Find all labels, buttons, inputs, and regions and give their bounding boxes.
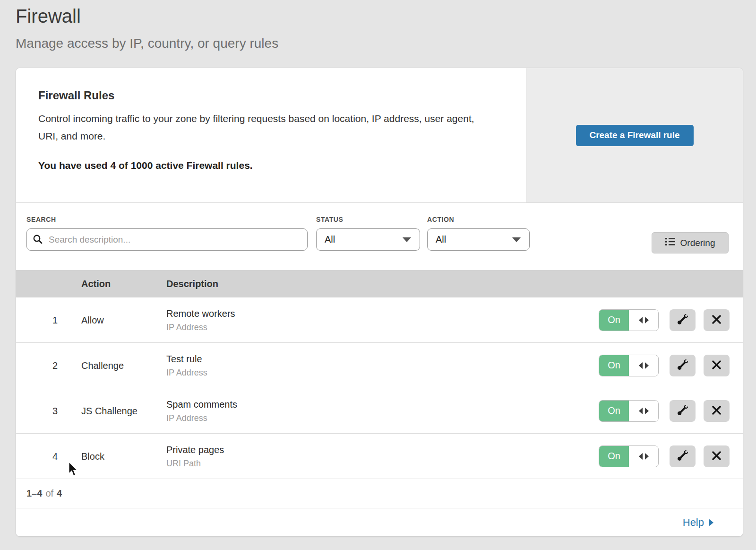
arrow-right-icon: [645, 408, 649, 414]
delete-rule-button[interactable]: [704, 355, 730, 376]
toggle-handle: [629, 355, 658, 376]
search-icon: [33, 234, 43, 246]
edit-rule-button[interactable]: [670, 355, 696, 376]
hero-text-panel: Firewall Rules Control incoming traffic …: [16, 68, 526, 202]
row-controls: On: [599, 445, 730, 467]
pagination-range: 1–4: [26, 488, 42, 499]
rule-description: Remote workers: [166, 308, 235, 319]
action-label: ACTION: [427, 216, 530, 223]
rule-description-cell: Test rule IP Address: [166, 353, 207, 377]
rule-toggle[interactable]: On: [599, 355, 659, 376]
rule-action: Challenge: [81, 360, 124, 371]
wrench-icon: [678, 405, 688, 417]
ordering-button-label: Ordering: [680, 238, 715, 248]
rule-match-field: URI Path: [166, 458, 224, 468]
delete-rule-button[interactable]: [704, 309, 730, 331]
filters-bar: SEARCH STATUS All ACTION All: [16, 203, 743, 270]
column-header-description: Description: [166, 270, 218, 297]
row-controls: On: [599, 309, 730, 331]
arrow-right-icon: [645, 453, 649, 460]
rule-toggle[interactable]: On: [599, 400, 659, 422]
toggle-handle: [629, 401, 658, 421]
toggle-on-segment: On: [599, 310, 629, 331]
ordered-list-icon: [665, 237, 675, 248]
toggle-handle: [629, 446, 658, 467]
chevron-down-icon: [403, 237, 411, 242]
arrow-left-icon: [639, 362, 643, 369]
rule-description-cell: Spam comments IP Address: [166, 399, 237, 423]
caret-right-icon: [709, 519, 713, 526]
arrow-left-icon: [639, 317, 643, 323]
page-subtitle: Manage access by IP, country, or query r…: [16, 35, 278, 52]
action-select[interactable]: All: [427, 228, 530, 251]
rule-toggle[interactable]: On: [599, 309, 659, 331]
rule-description: Spam comments: [166, 399, 237, 410]
action-filter-group: ACTION All: [427, 216, 530, 251]
toggle-on-segment: On: [599, 355, 629, 376]
search-input[interactable]: [26, 228, 308, 251]
search-box: [26, 228, 308, 251]
rule-match-field: IP Address: [166, 367, 207, 377]
wrench-icon: [678, 314, 688, 326]
close-icon: [712, 405, 722, 417]
close-icon: [712, 360, 722, 371]
page-header: Firewall Manage access by IP, country, o…: [16, 4, 278, 52]
close-icon: [712, 451, 722, 462]
rule-priority: 1: [16, 314, 58, 325]
action-select-value: All: [436, 234, 446, 245]
status-label: STATUS: [316, 216, 420, 223]
arrow-right-icon: [645, 317, 649, 323]
ordering-button[interactable]: Ordering: [652, 232, 729, 253]
delete-rule-button[interactable]: [704, 445, 730, 467]
help-link[interactable]: Help: [683, 516, 713, 529]
search-filter-group: SEARCH: [26, 216, 308, 251]
table-row: 1 Allow Remote workers IP Address On: [16, 297, 743, 343]
pagination-separator: of: [45, 488, 53, 499]
toggle-on-segment: On: [599, 446, 629, 467]
delete-rule-button[interactable]: [704, 400, 730, 422]
toggle-on-segment: On: [599, 401, 629, 421]
firewall-rules-card: Firewall Rules Control incoming traffic …: [16, 68, 743, 537]
rule-description: Test rule: [166, 353, 207, 364]
rule-priority: 3: [16, 405, 58, 416]
status-select[interactable]: All: [316, 228, 420, 251]
table-row: 3 JS Challenge Spam comments IP Address …: [16, 388, 743, 434]
rule-priority: 4: [16, 451, 58, 462]
toggle-handle: [629, 310, 658, 331]
arrow-left-icon: [639, 408, 643, 414]
rule-description: Private pages: [166, 444, 224, 455]
rule-action: Allow: [81, 314, 104, 325]
create-firewall-rule-button[interactable]: Create a Firewall rule: [576, 125, 694, 146]
close-icon: [712, 314, 722, 326]
rule-toggle[interactable]: On: [599, 445, 659, 467]
status-select-value: All: [325, 234, 335, 245]
rule-action: Block: [81, 451, 104, 462]
row-controls: On: [599, 400, 730, 422]
hero-description: Control incoming traffic to your zone by…: [38, 110, 487, 145]
hero-action-panel: Create a Firewall rule: [526, 68, 743, 202]
arrow-right-icon: [645, 362, 649, 369]
rule-description-cell: Remote workers IP Address: [166, 308, 235, 332]
pagination-total: 4: [57, 488, 62, 499]
hero-heading: Firewall Rules: [38, 89, 498, 102]
card-footer: Help: [16, 508, 743, 537]
rule-action: JS Challenge: [81, 405, 137, 416]
arrow-left-icon: [639, 453, 643, 460]
rule-match-field: IP Address: [166, 322, 235, 332]
edit-rule-button[interactable]: [670, 400, 696, 422]
hero-section: Firewall Rules Control incoming traffic …: [16, 68, 743, 203]
table-row: 2 Challenge Test rule IP Address On: [16, 343, 743, 388]
pagination-bar: 1–4 of 4: [16, 479, 743, 508]
edit-rule-button[interactable]: [670, 309, 696, 331]
status-filter-group: STATUS All: [316, 216, 420, 251]
help-link-label: Help: [683, 516, 704, 529]
wrench-icon: [678, 450, 688, 462]
usage-note: You have used 4 of 1000 active Firewall …: [38, 160, 498, 171]
search-label: SEARCH: [26, 216, 308, 223]
edit-rule-button[interactable]: [670, 445, 696, 467]
row-controls: On: [599, 355, 730, 376]
rule-description-cell: Private pages URI Path: [166, 444, 224, 468]
column-header-action: Action: [81, 270, 111, 297]
table-header: Action Description: [16, 270, 743, 297]
table-row: 4 Block Private pages URI Path On: [16, 434, 743, 479]
